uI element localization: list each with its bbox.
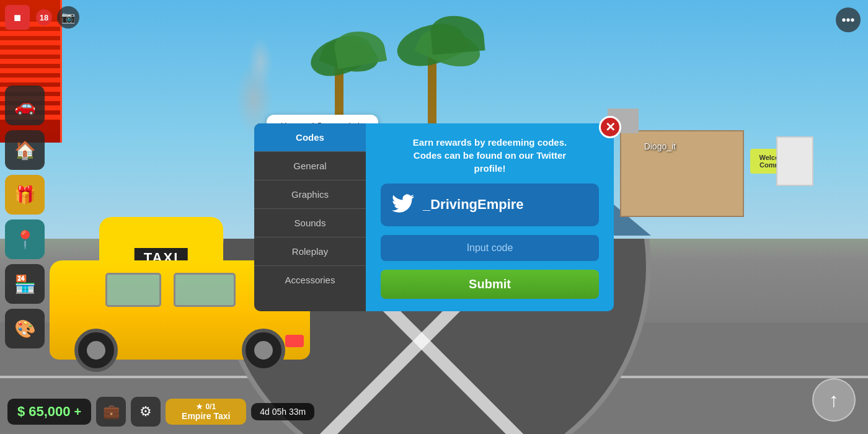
twitter-icon [392, 192, 414, 218]
twitter-banner[interactable]: _DrivingEmpire [381, 184, 599, 226]
menu-item-codes[interactable]: Codes [254, 123, 366, 152]
submit-button[interactable]: Submit [381, 270, 599, 299]
menu-item-roleplay[interactable]: Roleplay [254, 237, 366, 266]
codes-panel: ✕ Earn rewards by redeeming codes. Codes… [366, 123, 614, 311]
menu-item-sounds[interactable]: Sounds [254, 209, 366, 237]
code-input-field[interactable] [381, 235, 599, 261]
modal-overlay: Codes General Graphics Sounds Roleplay A… [0, 0, 868, 434]
menu-item-general[interactable]: General [254, 152, 366, 180]
menu-item-accessories[interactable]: Accessories [254, 266, 366, 294]
close-modal-button[interactable]: ✕ [599, 116, 621, 138]
menu-panel: Codes General Graphics Sounds Roleplay A… [254, 123, 366, 311]
codes-description: Earn rewards by redeeming codes. Codes c… [381, 136, 599, 175]
menu-item-graphics[interactable]: Graphics [254, 180, 366, 209]
twitter-handle-text: _DrivingEmpire [423, 197, 524, 213]
settings-modal: Codes General Graphics Sounds Roleplay A… [254, 123, 614, 311]
